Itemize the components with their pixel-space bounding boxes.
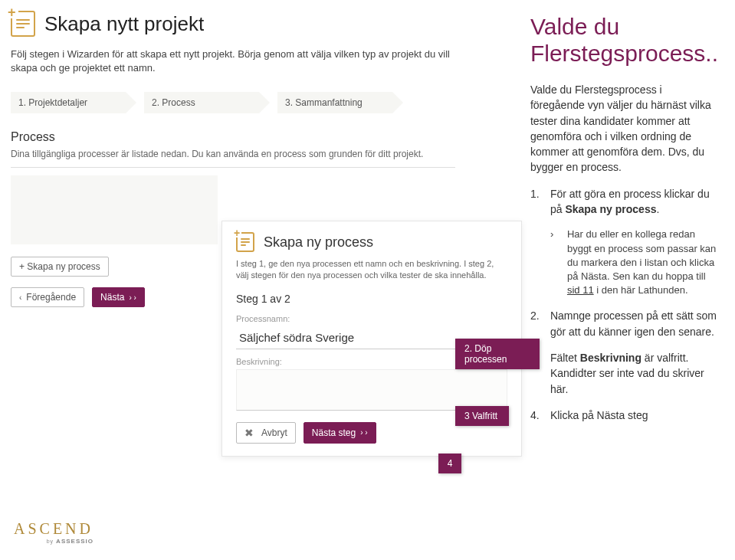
modal-title: Skapa ny process xyxy=(264,234,373,251)
previous-label: Föregående xyxy=(26,292,76,303)
chevron-right-icon: › › xyxy=(129,293,136,302)
process-list-area[interactable] xyxy=(11,175,218,244)
process-name-label: Processnamn: xyxy=(236,314,507,323)
guide-column: Valde du Flerstegsprocess.. Valde du Fle… xyxy=(523,0,735,560)
step-project-details[interactable]: 1. Projektdetaljer xyxy=(11,92,126,113)
brand-logo: ASCEND byASSESSIO xyxy=(14,520,94,545)
guide-item-1: 1. För att göra en process klickar du på… xyxy=(530,186,718,218)
callout-3: 3 Valfritt xyxy=(455,406,509,426)
step-summary[interactable]: 3. Sammanfattning xyxy=(277,92,392,113)
process-desc-input[interactable] xyxy=(236,369,507,411)
previous-button[interactable]: ‹ Föregående xyxy=(11,287,84,307)
create-process-button[interactable]: + Skapa ny process xyxy=(11,257,109,277)
next-button[interactable]: Nästa › › xyxy=(92,287,145,307)
next-step-button[interactable]: Nästa steg › › xyxy=(304,422,376,444)
step-process[interactable]: 2. Process xyxy=(144,92,259,113)
new-project-icon: + xyxy=(11,11,35,37)
next-step-label: Nästa steg xyxy=(312,427,356,438)
new-process-icon: + xyxy=(236,232,254,252)
page-header: + Skapa nytt projekt xyxy=(11,11,515,37)
chevron-right-icon: › xyxy=(550,228,559,297)
modal-desc: I steg 1, ge den nya processen ett namn … xyxy=(236,258,507,282)
guide-item-4: 4. Klicka på Nästa steg xyxy=(530,408,718,423)
close-icon: ✖ xyxy=(244,427,254,439)
section-title: Process xyxy=(11,130,515,144)
guide-item-2: 2. Namnge processen på ett sätt som gör … xyxy=(530,308,718,339)
chevron-right-icon: › › xyxy=(360,428,367,437)
section-subtitle: Dina tillgängliga processer är listade n… xyxy=(11,149,455,168)
create-process-label: + Skapa ny process xyxy=(19,261,100,272)
guide-subitem: › Har du eller en kollega redan byggt en… xyxy=(550,228,718,297)
chevron-left-icon: ‹ xyxy=(19,293,21,302)
page-link[interactable]: sid 11 xyxy=(567,284,594,296)
wizard-steps: 1. Projektdetaljer 2. Process 3. Sammanf… xyxy=(11,92,515,113)
guide-item-3: 3. Fältet Beskrivning är valfritt. Kandi… xyxy=(530,350,718,397)
guide-title: Valde du Flerstegsprocess.. xyxy=(530,14,718,67)
callout-4: 4 xyxy=(438,454,461,473)
cancel-label: Avbryt xyxy=(261,427,287,438)
modal-step-indicator: Steg 1 av 2 xyxy=(236,293,507,305)
guide-intro: Valde du Flerstegsprocess i föregående v… xyxy=(530,82,718,175)
page-title: Skapa nytt projekt xyxy=(44,12,204,36)
cancel-button[interactable]: ✖ Avbryt xyxy=(236,422,296,444)
next-label: Nästa xyxy=(100,292,124,303)
callout-2: 2. Döp processen xyxy=(455,339,540,369)
intro-text: Följ stegen i Wizarden för att skapa ett… xyxy=(11,47,455,75)
